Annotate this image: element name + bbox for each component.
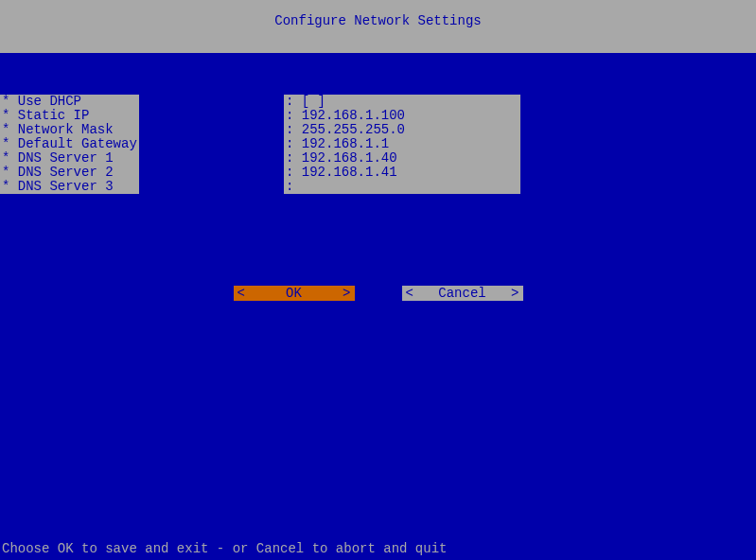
- button-row: < OK > < Cancel >: [0, 286, 756, 301]
- cancel-button[interactable]: < Cancel >: [402, 286, 523, 301]
- content-area: * Use DHCP * Static IP * Network Mask * …: [0, 61, 756, 541]
- field-value-dns2[interactable]: : 192.168.1.41: [284, 166, 520, 180]
- field-label-network-mask[interactable]: * Network Mask: [0, 123, 139, 137]
- field-label-use-dhcp[interactable]: * Use DHCP: [0, 95, 139, 109]
- field-value-static-ip[interactable]: : 192.168.1.100: [284, 109, 520, 123]
- bracket-left-icon: <: [237, 286, 245, 301]
- ok-button[interactable]: < OK >: [234, 286, 355, 301]
- field-label-static-ip[interactable]: * Static IP: [0, 109, 139, 123]
- titlebar: Configure Network Settings: [0, 0, 756, 53]
- field-value-dns1[interactable]: : 192.168.1.40: [284, 151, 520, 166]
- page-title: Configure Network Settings: [274, 13, 481, 28]
- footer-hint: Choose OK to save and exit - or Cancel t…: [2, 541, 447, 556]
- field-label-dns3[interactable]: * DNS Server 3: [0, 180, 139, 194]
- field-label-dns1[interactable]: * DNS Server 1: [0, 151, 139, 166]
- field-label-default-gateway[interactable]: * Default Gateway: [0, 137, 139, 151]
- field-label-dns2[interactable]: * DNS Server 2: [0, 166, 139, 180]
- field-value-use-dhcp[interactable]: : [ ]: [284, 95, 520, 109]
- field-value-dns3[interactable]: :: [284, 180, 520, 194]
- bracket-right-icon: >: [511, 286, 519, 301]
- cancel-button-label: Cancel: [413, 286, 511, 301]
- labels-column: * Use DHCP * Static IP * Network Mask * …: [0, 95, 139, 194]
- bracket-right-icon: >: [343, 286, 350, 301]
- field-value-default-gateway[interactable]: : 192.168.1.1: [284, 137, 520, 151]
- field-value-network-mask[interactable]: : 255.255.255.0: [284, 123, 520, 137]
- values-column: : [ ] : 192.168.1.100 : 255.255.255.0 : …: [284, 95, 520, 194]
- ok-button-label: OK: [245, 286, 343, 301]
- bracket-left-icon: <: [406, 286, 413, 301]
